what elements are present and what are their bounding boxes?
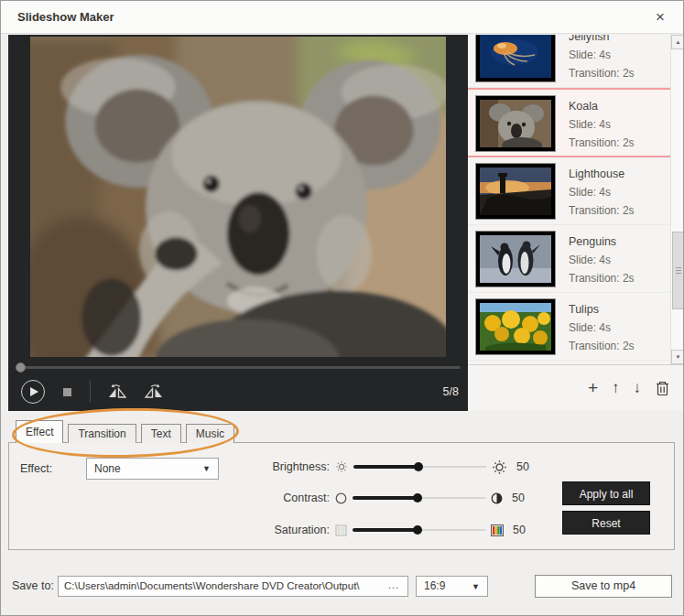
close-icon[interactable]: ×	[648, 1, 672, 34]
output-path-field[interactable]: C:\Users\admin\Documents\Wondershare DVD…	[58, 576, 408, 597]
slide-name: Lighthouse	[569, 165, 635, 183]
tab-music[interactable]: Music	[186, 424, 234, 443]
controls-divider	[90, 381, 91, 403]
play-icon[interactable]	[21, 380, 45, 404]
contrast-row: Contrast: 50	[256, 489, 530, 507]
slide-item-lighthouse[interactable]: Lighthouse Slide: 4s Transition: 2s	[468, 157, 670, 225]
scrollbar-down-icon[interactable]: ▼	[671, 350, 684, 364]
slide-transition: Transition: 2s	[569, 337, 635, 355]
move-up-icon[interactable]: ↑	[612, 380, 620, 395]
saturation-low-icon	[335, 524, 347, 536]
tab-transition[interactable]: Transition	[68, 424, 136, 443]
rotate-right-icon[interactable]	[144, 384, 164, 400]
save-to-mp4-button[interactable]: Save to mp4	[535, 575, 672, 598]
tab-text[interactable]: Text	[141, 424, 181, 443]
reset-button[interactable]: Reset	[562, 511, 650, 535]
title-bar: Slideshow Maker ×	[1, 1, 683, 34]
tab-effect[interactable]: Effect	[16, 420, 63, 443]
sidebar-scrollbar[interactable]: ▲ ▼	[670, 35, 684, 364]
seek-track[interactable]	[16, 366, 461, 369]
dropdown-arrow-icon: ▼	[202, 459, 211, 479]
brightness-slider-handle[interactable]	[414, 462, 423, 471]
saturation-high-icon	[491, 524, 504, 536]
slide-sidebar: Jellyfish Slide: 4s Transition: 2s	[468, 35, 684, 410]
contrast-high-icon	[491, 492, 503, 504]
saturation-label: Saturation:	[256, 524, 330, 536]
playback-controls: 5/8	[8, 374, 468, 409]
brightness-value: 50	[516, 460, 535, 473]
penguins-thumbnail[interactable]	[475, 231, 556, 287]
tab-bar: Effect Transition Text Music	[16, 420, 234, 443]
slide-name: Tulips	[569, 300, 635, 319]
slide-duration: Slide: 4s	[569, 115, 635, 134]
move-down-icon[interactable]: ↓	[634, 380, 642, 395]
slide-transition: Transition: 2s	[569, 201, 635, 220]
delete-slide-icon[interactable]	[655, 380, 670, 396]
saturation-value: 50	[513, 524, 531, 536]
add-slide-icon[interactable]: +	[588, 379, 598, 396]
slide-duration: Slide: 4s	[569, 183, 635, 201]
aspect-ratio-dropdown[interactable]: 16:9 ▼	[416, 576, 488, 597]
stop-icon[interactable]	[63, 388, 71, 396]
contrast-label: Contrast:	[256, 492, 330, 504]
saturation-row: Saturation:	[256, 521, 531, 539]
aspect-ratio-value: 16:9	[424, 579, 445, 592]
window-title: Slideshow Maker	[17, 1, 114, 34]
rotate-left-icon[interactable]	[107, 384, 127, 400]
contrast-low-icon	[335, 492, 347, 504]
slide-item-tulips[interactable]: Tulips Slide: 4s Transition: 2s	[468, 293, 670, 361]
lighthouse-thumbnail[interactable]	[475, 163, 556, 220]
effect-label: Effect:	[20, 462, 86, 475]
slide-name: Jellyfish	[569, 35, 635, 46]
contrast-slider-handle[interactable]	[413, 493, 422, 503]
seek-handle[interactable]	[16, 362, 26, 373]
brightness-low-icon	[335, 460, 348, 473]
save-to-label: Save to:	[12, 575, 54, 598]
effect-dropdown-value: None	[94, 462, 121, 475]
brightness-slider[interactable]	[353, 461, 486, 472]
bottom-bar: Save to: C:\Users\admin\Documents\Wonder…	[1, 575, 684, 599]
dropdown-arrow-icon: ▼	[472, 577, 480, 597]
slide-actions-bar: + ↑ ↓	[468, 364, 684, 410]
slide-item-koala[interactable]: Koala Slide: 4s Transition: 2s	[468, 88, 670, 157]
koala-photo	[30, 37, 446, 357]
effect-dropdown[interactable]: None ▼	[86, 458, 219, 480]
slide-list: Jellyfish Slide: 4s Transition: 2s	[468, 35, 670, 364]
slide-duration: Slide: 4s	[569, 319, 635, 337]
scrollbar-thumb[interactable]	[672, 232, 684, 309]
apply-to-all-button[interactable]: Apply to all	[562, 481, 650, 505]
koala-thumbnail[interactable]	[475, 95, 556, 152]
brightness-label: Brightness:	[256, 460, 330, 473]
slide-transition: Transition: 2s	[569, 134, 635, 152]
jellyfish-thumbnail[interactable]	[475, 35, 556, 82]
saturation-slider-handle[interactable]	[413, 525, 422, 535]
tulips-thumbnail[interactable]	[475, 298, 556, 355]
preview-area: 5/8	[8, 35, 468, 411]
seek-bar[interactable]	[14, 360, 462, 374]
slide-duration: Slide: 4s	[569, 46, 635, 64]
slide-item-penguins[interactable]: Penguins Slide: 4s Transition: 2s	[468, 225, 670, 293]
brightness-high-icon	[492, 459, 507, 475]
scrollbar-up-icon[interactable]: ▲	[671, 35, 684, 49]
effect-panel: Effect: None ▼ Brightness:	[8, 442, 675, 550]
saturation-slider[interactable]	[353, 524, 485, 535]
preview-image	[30, 37, 446, 357]
slide-name: Koala	[569, 97, 635, 115]
contrast-slider[interactable]	[353, 492, 485, 503]
contrast-value: 50	[512, 492, 530, 504]
slideshow-maker-window: Slideshow Maker ×	[0, 0, 684, 616]
brightness-row: Brightness: 50	[256, 458, 535, 476]
slide-item-jellyfish[interactable]: Jellyfish Slide: 4s Transition: 2s	[468, 35, 670, 88]
slide-duration: Slide: 4s	[569, 251, 635, 269]
slide-name: Penguins	[569, 232, 635, 251]
browse-button[interactable]: ...	[382, 578, 406, 595]
slide-transition: Transition: 2s	[569, 269, 635, 287]
slide-transition: Transition: 2s	[569, 64, 635, 82]
slide-counter: 5/8	[443, 385, 459, 398]
